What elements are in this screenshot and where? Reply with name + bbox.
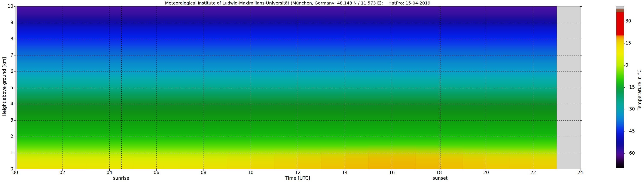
y-tick-label-1: 1	[0, 150, 13, 155]
plot-title: Meteorological Institute of Ludwig-Maxim…	[15, 0, 580, 6]
colorbar-title-text: Temperature in °C	[637, 70, 642, 110]
x-axis-title: Time [UTC]	[15, 176, 580, 181]
colorbar-tick-mark-30	[624, 21, 625, 22]
y-tick-mark-right-7	[580, 55, 582, 56]
y-tick-label-4: 4	[0, 101, 13, 106]
y-tick-label-5: 5	[0, 85, 13, 90]
y-tick-label-2: 2	[0, 134, 13, 139]
y-tick-label-8: 8	[0, 36, 13, 41]
x-tick-label-06: 06	[150, 170, 163, 175]
colorbar-tick-label-−60: −60	[626, 150, 640, 156]
x-tick-label-18: 18	[432, 170, 446, 175]
y-tick-mark-right-4	[580, 104, 582, 104]
y-tick-mark-left-6	[14, 72, 15, 72]
event-lines-layer	[15, 6, 580, 169]
x-tick-label-20: 20	[480, 170, 492, 175]
plot-area	[15, 6, 580, 169]
y-tick-mark-right-10	[580, 6, 582, 7]
y-tick-mark-right-6	[580, 72, 582, 72]
x-tick-label-08: 08	[197, 170, 210, 175]
y-tick-mark-left-3	[14, 120, 15, 120]
y-tick-label-9: 9	[0, 20, 13, 25]
figure: Meteorological Institute of Ludwig-Maxim…	[0, 0, 644, 182]
y-tick-mark-left-5	[14, 88, 15, 88]
y-tick-label-7: 7	[0, 52, 13, 58]
colorbar-tick-label-15: 15	[626, 40, 640, 46]
y-tick-mark-left-9	[14, 23, 15, 23]
y-tick-mark-right-5	[580, 88, 582, 88]
colorbar-tick-label-30: 30	[626, 18, 640, 24]
x-tick-label-12: 12	[291, 170, 304, 175]
x-tick-label-14: 14	[338, 170, 351, 175]
x-tick-label-02: 02	[56, 170, 69, 175]
y-tick-mark-left-7	[14, 55, 15, 56]
y-tick-mark-left-2	[14, 136, 15, 137]
y-tick-label-10: 10	[0, 4, 13, 9]
sunrise-line	[121, 6, 122, 169]
colorbar-tick-label-−45: −45	[626, 128, 640, 134]
x-tick-label-24: 24	[574, 170, 587, 175]
y-tick-label-3: 3	[0, 118, 13, 123]
colorbar	[616, 6, 624, 168]
y-tick-mark-left-8	[14, 39, 15, 39]
colorbar-tick-mark-−45	[624, 131, 625, 132]
y-tick-mark-left-10	[14, 6, 15, 7]
y-tick-mark-left-4	[14, 104, 15, 104]
y-tick-mark-right-3	[580, 120, 582, 120]
x-tick-label-04: 04	[103, 170, 116, 175]
colorbar-tick-mark-0	[624, 65, 625, 66]
y-tick-label-0: 0	[0, 166, 13, 172]
colorbar-tick-mark-15	[624, 43, 625, 44]
sunset-line	[440, 6, 440, 169]
x-tick-label-16: 16	[386, 170, 398, 175]
colorbar-tick-label-0: 0	[626, 62, 640, 68]
colorbar-tick-mark-−60	[624, 153, 625, 154]
y-tick-mark-right-2	[580, 136, 582, 137]
x-tick-label-22: 22	[527, 170, 540, 175]
y-tick-label-6: 6	[0, 69, 13, 74]
x-tick-label-10: 10	[244, 170, 257, 175]
y-tick-mark-right-9	[580, 23, 582, 23]
sunrise-label: sunrise	[106, 176, 136, 181]
y-tick-mark-right-8	[580, 39, 582, 39]
colorbar-tick-mark-−30	[624, 109, 625, 110]
sunset-label: sunset	[425, 176, 455, 181]
colorbar-tick-mark-−15	[624, 87, 625, 88]
